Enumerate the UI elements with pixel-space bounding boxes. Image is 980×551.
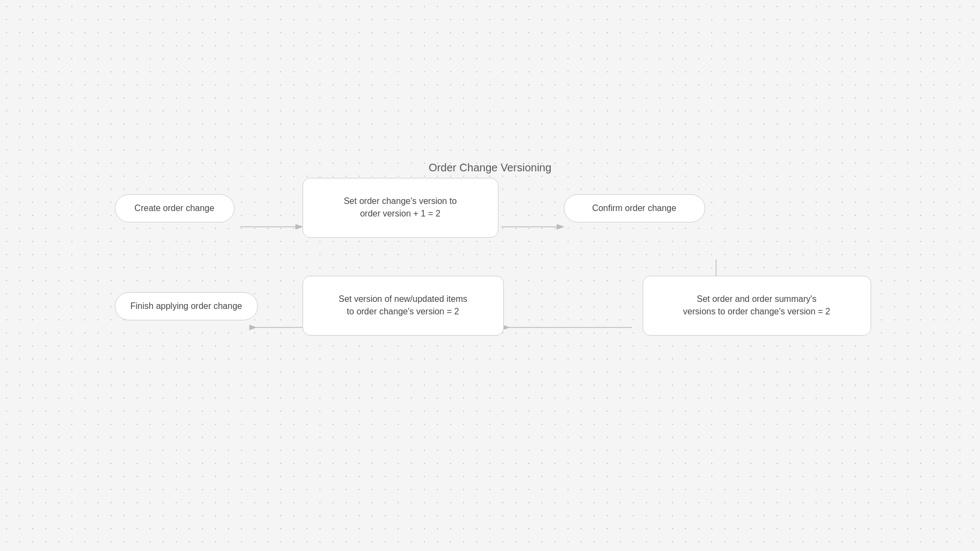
set-order-summary-node: Set order and order summary's versions t… [643,276,871,336]
confirm-order-change-node: Confirm order change [564,194,705,222]
finish-applying-node: Finish applying order change [115,292,258,320]
diagram-title: Order Change Versioning [109,162,871,174]
set-version-node: Set order change's version to order vers… [303,178,498,238]
create-order-change-node: Create order change [115,194,235,222]
set-items-version-node: Set version of new/updated items to orde… [303,276,504,336]
diagram-container: Order Change Versioning Create orde [109,162,871,390]
